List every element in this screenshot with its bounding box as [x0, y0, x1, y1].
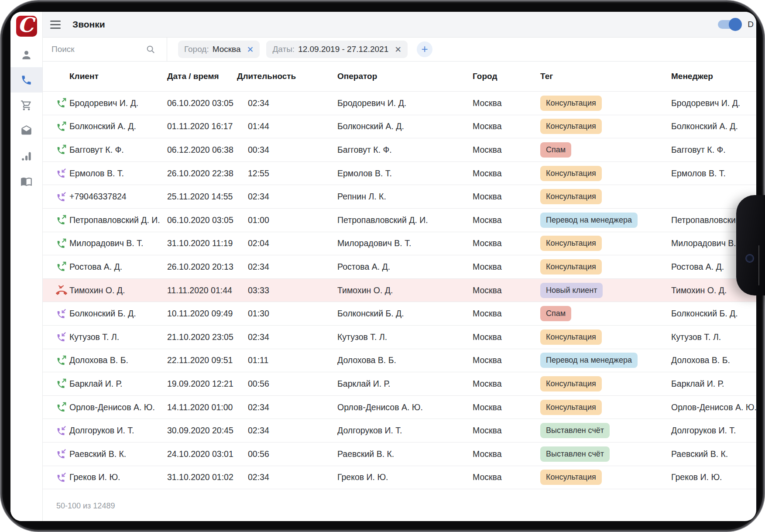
- outgoing-call-icon: [43, 261, 69, 272]
- sidebar-item-mail[interactable]: [10, 118, 42, 143]
- duration-cell: 02:04: [237, 238, 337, 248]
- table-row[interactable]: Ростова А. Д.26.10.2020 20:1302:34Ростов…: [43, 255, 756, 279]
- tag-cell: Консультация: [540, 236, 671, 251]
- filter-chip-dates[interactable]: Даты: 12.09.2019 - 27.12.2021 ✕: [266, 41, 408, 58]
- manager-cell: Барклай И. Р.: [671, 379, 756, 389]
- dark-mode-toggle[interactable]: [718, 20, 741, 29]
- outgoing-call-icon: [43, 97, 69, 109]
- tag-badge: Консультация: [540, 189, 602, 204]
- phone-prop: [736, 195, 765, 295]
- pagination-range[interactable]: 50-100 из 12489: [56, 501, 115, 511]
- column-header-datetime[interactable]: Дата / время: [167, 72, 237, 81]
- tag-badge: Консультация: [540, 96, 602, 111]
- table-row[interactable]: Долохова В. Б.22.11.2020 09:5101:11Долох…: [43, 349, 756, 373]
- client-cell: Багговут К. Ф.: [69, 145, 167, 155]
- app-logo[interactable]: C: [16, 16, 37, 37]
- operator-cell: Петропавловский Д. И.: [337, 215, 473, 225]
- tag-cell: Спам: [540, 306, 671, 321]
- manager-cell: Раевский В. К.: [671, 449, 756, 459]
- datetime-cell: 06.10.2020 03:05: [167, 215, 237, 225]
- datetime-cell: 10.11.2020 09:49: [167, 309, 237, 319]
- city-cell: Москва: [473, 238, 540, 248]
- datetime-cell: 14.11.2020 01:00: [167, 402, 237, 412]
- client-cell: Барклай И. Р.: [69, 379, 167, 389]
- duration-cell: 02:34: [237, 472, 337, 482]
- dark-mode-label: D: [748, 20, 754, 29]
- sidebar-item-calls[interactable]: [10, 67, 42, 93]
- table-row[interactable]: Болконский Б. Д.10.11.2020 09:4901:30Бол…: [43, 302, 756, 326]
- tag-cell: Выставлен счёт: [540, 423, 671, 438]
- datetime-cell: 06.10.2020 03:05: [167, 98, 237, 108]
- city-cell: Москва: [473, 98, 540, 108]
- analytics-icon: [21, 150, 32, 162]
- column-header-operator[interactable]: Оператор: [337, 72, 473, 81]
- duration-cell: 02:34: [237, 426, 337, 436]
- table-row[interactable]: Долгоруков И. Т.30.09.2020 20:4502:34Дол…: [43, 419, 756, 443]
- table-row[interactable]: Тимохин О. Д.11.11.2020 01:4403:33Тимохи…: [43, 279, 756, 302]
- table-row[interactable]: Раевский В. К.24.10.2020 03:0100:56Раевс…: [43, 443, 756, 466]
- incoming-call-icon: [43, 308, 69, 319]
- duration-cell: 02:34: [237, 192, 337, 202]
- table-row[interactable]: +7904633782425.11.2020 14:5502:34Репнин …: [43, 185, 756, 209]
- datetime-cell: 26.10.2020 22:38: [167, 168, 237, 178]
- column-header-manager[interactable]: Менеджер: [671, 72, 756, 81]
- table-row[interactable]: Бродоревич И. Д.06.10.2020 03:0502:34Бро…: [43, 92, 756, 115]
- table-row[interactable]: Барклай И. Р.19.09.2020 12:2100:56Баркла…: [43, 372, 756, 396]
- table-row[interactable]: Орлов-Денисов А. Ю.14.11.2020 01:0002:34…: [43, 396, 756, 419]
- manager-cell: Болконский Б. Д.: [671, 309, 756, 319]
- tag-badge: Консультация: [540, 236, 602, 251]
- duration-cell: 02:34: [237, 402, 337, 412]
- table-row[interactable]: Греков И. Ю.31.10.2020 01:0202:34Греков …: [43, 466, 756, 490]
- outgoing-call-icon: [43, 378, 69, 389]
- column-header-client[interactable]: Клиент: [69, 72, 167, 81]
- client-cell: Греков И. Ю.: [69, 472, 167, 482]
- remove-dates-filter-icon[interactable]: ✕: [395, 45, 401, 55]
- column-header-city[interactable]: Город: [473, 72, 540, 81]
- sidebar-item-orders[interactable]: [10, 93, 42, 118]
- manager-cell: Греков И. Ю.: [671, 472, 756, 482]
- tag-badge: Консультация: [540, 259, 602, 275]
- datetime-cell: 26.10.2020 20:13: [167, 262, 237, 272]
- tag-badge: Консультация: [540, 329, 602, 345]
- table-row[interactable]: Болконский А. Д.01.11.2020 16:1701:44Бол…: [43, 115, 756, 139]
- table-row[interactable]: Петропавловский Д. И.06.10.2020 03:0501:…: [43, 209, 756, 232]
- datetime-cell: 24.10.2020 03:01: [167, 449, 237, 459]
- sidebar-item-analytics[interactable]: [10, 143, 42, 168]
- datetime-cell: 21.10.2020 23:05: [167, 332, 237, 342]
- column-header-duration[interactable]: Длительность: [237, 72, 337, 81]
- tag-cell: Выставлен счёт: [540, 446, 671, 462]
- table-row[interactable]: Ермолов В. Т.26.10.2020 22:3812:55Ермоло…: [43, 162, 756, 185]
- duration-cell: 00:56: [237, 379, 337, 389]
- search-input[interactable]: Поиск: [43, 38, 167, 61]
- operator-cell: Милорадович В. Т.: [337, 238, 473, 248]
- city-cell: Москва: [473, 215, 540, 225]
- incoming-call-icon: [43, 472, 69, 483]
- pagination: 50-100 из 12489: [43, 489, 756, 521]
- tag-badge: Консультация: [540, 400, 602, 415]
- app-bar: Звонки D: [43, 12, 756, 38]
- table-row[interactable]: Кутузов Т. Л.21.10.2020 23:0502:34Кутузо…: [43, 326, 756, 349]
- sidebar-item-contacts[interactable]: [10, 168, 42, 194]
- sidebar-item-profile[interactable]: [10, 42, 42, 67]
- column-header-tag[interactable]: Тег: [540, 72, 671, 81]
- operator-cell: Греков И. Ю.: [337, 472, 473, 482]
- book-icon: [21, 175, 32, 187]
- filter-chip-city[interactable]: Город: Москва ✕: [178, 41, 260, 58]
- app-screen: C: [10, 12, 756, 521]
- add-filter-button[interactable]: +: [417, 41, 432, 57]
- remove-city-filter-icon[interactable]: ✕: [247, 45, 254, 55]
- operator-cell: Тимохин О. Д.: [337, 285, 473, 295]
- table-row[interactable]: Милорадович В. Т.31.10.2020 11:1902:04Ми…: [43, 232, 756, 256]
- tag-cell: Консультация: [540, 400, 671, 415]
- city-cell: Москва: [473, 402, 540, 412]
- tag-badge: Консультация: [540, 166, 602, 181]
- duration-cell: 03:33: [237, 285, 337, 295]
- search-icon[interactable]: [146, 45, 155, 54]
- menu-button[interactable]: [50, 21, 61, 29]
- duration-cell: 00:34: [237, 145, 337, 155]
- tag-badge: Перевод на менеджера: [540, 353, 638, 368]
- city-cell: Москва: [473, 472, 540, 482]
- client-cell: Ростова А. Д.: [69, 262, 167, 272]
- tag-badge: Перевод на менеджера: [540, 213, 638, 228]
- table-row[interactable]: Багговут К. Ф.06.12.2020 06:3800:34Багго…: [43, 138, 756, 162]
